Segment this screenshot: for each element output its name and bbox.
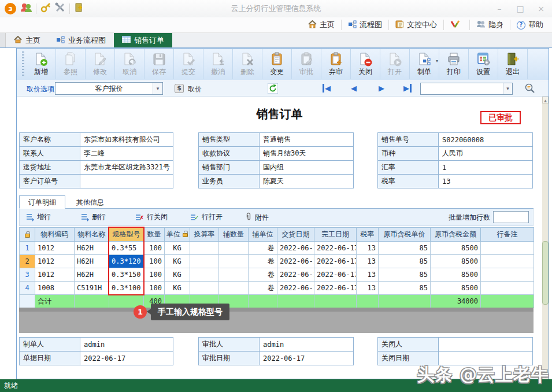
row-number[interactable]: 1 bbox=[20, 242, 35, 255]
delete-row-button[interactable]: 删行 bbox=[80, 212, 106, 222]
cell-aux-qty[interactable] bbox=[219, 242, 249, 255]
column-header-spec[interactable]: 规格型号 bbox=[109, 228, 144, 242]
cell-spec[interactable]: 0.3*55 bbox=[109, 242, 144, 255]
menu-item-stealth[interactable]: 隐身 bbox=[469, 20, 510, 30]
sales-department-field[interactable]: 国内组 bbox=[260, 161, 354, 175]
toolbar-button-delete[interactable]: 删除 bbox=[233, 49, 262, 79]
open-row-button[interactable]: ✓ 行打开 bbox=[190, 212, 223, 222]
customer-order-no-field[interactable] bbox=[80, 175, 173, 188]
toolbar-button-cancel[interactable]: 取消 bbox=[115, 49, 145, 79]
menu-item-home[interactable]: 主页 bbox=[302, 20, 341, 30]
cell-material-name[interactable]: H62H bbox=[75, 255, 109, 268]
cell-amount[interactable]: 8500 bbox=[431, 282, 481, 295]
cell-aux-qty[interactable] bbox=[219, 255, 249, 268]
column-header[interactable]: 原币含税金额 bbox=[431, 228, 481, 242]
cell-finish-date[interactable]: 2022-06-17 bbox=[314, 268, 357, 282]
cell-amount[interactable]: 8500 bbox=[431, 242, 481, 255]
tax-rate-field[interactable]: 13 bbox=[439, 175, 533, 188]
close-button[interactable]: × bbox=[537, 4, 545, 13]
scroll-up-icon[interactable]: ▲ bbox=[542, 97, 549, 103]
cell-quantity[interactable]: 100 bbox=[144, 268, 165, 282]
tab-business-flowchart[interactable]: 业务流程图 bbox=[49, 33, 114, 47]
row-number[interactable]: 2 bbox=[20, 255, 35, 268]
cell-aux-qty[interactable] bbox=[219, 282, 249, 295]
salesperson-field[interactable]: 陈夏天 bbox=[260, 175, 354, 188]
chevron-down-icon[interactable]: ▾ bbox=[153, 83, 162, 94]
cell-material-name[interactable]: H62H bbox=[75, 268, 109, 282]
column-header[interactable]: 行备注 bbox=[481, 228, 534, 242]
menu-item-help[interactable]: ? 帮助 bbox=[510, 20, 550, 30]
cell-delivery-date[interactable]: 2022-06-17 bbox=[277, 255, 314, 268]
column-header[interactable]: 辅数量 bbox=[219, 228, 249, 242]
column-header[interactable]: 交货日期 bbox=[277, 228, 314, 242]
toolbar-button-make-doc[interactable]: 制单 ▾ bbox=[410, 49, 439, 79]
maximize-button[interactable]: □ bbox=[516, 4, 524, 13]
search-icon[interactable] bbox=[524, 83, 536, 96]
cell-remark[interactable] bbox=[481, 242, 534, 255]
cell-aux-unit[interactable]: 卷 bbox=[249, 255, 277, 268]
cell-finish-date[interactable]: 2022-06-17 bbox=[314, 242, 357, 255]
cell-spec[interactable]: 0.3*150 bbox=[109, 268, 144, 282]
customer-name-field[interactable]: 东莞市如来科技有限公司 bbox=[80, 133, 173, 147]
refresh-icon[interactable] bbox=[268, 83, 278, 95]
column-header[interactable]: 物料名称 bbox=[75, 228, 109, 242]
toolbar-button-exit[interactable]: 退出 bbox=[498, 49, 528, 79]
cell-material-code[interactable]: 1008 bbox=[35, 282, 75, 295]
contact-field[interactable]: 李二峰 bbox=[80, 147, 173, 161]
make-doc-dropdown-caret[interactable]: ▾ bbox=[436, 58, 438, 64]
tab-home[interactable]: 主页 bbox=[6, 33, 49, 47]
row-number[interactable]: 3 bbox=[20, 268, 35, 282]
nav-previous-icon[interactable]: ◀ bbox=[351, 84, 357, 93]
cell-tax[interactable]: 13 bbox=[357, 255, 379, 268]
chevron-down-icon[interactable]: ▾ bbox=[503, 83, 512, 94]
scrollbar-thumb[interactable] bbox=[542, 241, 549, 305]
tab-other-info[interactable]: 其他信息 bbox=[68, 196, 113, 209]
currency-field[interactable]: 人民币 bbox=[439, 147, 533, 161]
cell-material-name[interactable]: C5191H bbox=[75, 282, 109, 295]
cell-aux-qty[interactable] bbox=[219, 268, 249, 282]
cell-price[interactable]: 85 bbox=[379, 255, 431, 268]
cell-conversion[interactable] bbox=[190, 268, 219, 282]
cell-price[interactable]: 85 bbox=[379, 242, 431, 255]
toolbar-button-settings[interactable]: 设置 bbox=[469, 49, 498, 79]
cell-material-name[interactable]: H62H bbox=[75, 242, 109, 255]
cell-quantity[interactable]: 100 bbox=[144, 242, 165, 255]
nav-first-icon[interactable]: ◀ bbox=[323, 84, 331, 93]
batch-add-rows-input[interactable] bbox=[493, 211, 529, 223]
add-row-button[interactable]: 增行 bbox=[25, 212, 51, 222]
cell-finish-date[interactable]: 2022-06-17 bbox=[314, 255, 357, 268]
column-header[interactable]: 原币含税单价 bbox=[379, 228, 431, 242]
cell-tax[interactable]: 13 bbox=[357, 242, 379, 255]
tab-order-detail[interactable]: 订单明细 bbox=[19, 195, 65, 209]
delivery-address-field[interactable]: 东莞市龙华区胡龙路3321号 bbox=[80, 161, 173, 175]
cell-price[interactable]: 85 bbox=[379, 268, 431, 282]
column-header[interactable]: 辅单位 bbox=[249, 228, 277, 242]
toolbar-button-withdraw[interactable]: 撤消 bbox=[203, 49, 233, 79]
cell-unit[interactable]: KG bbox=[165, 255, 190, 268]
column-header[interactable]: 税率 bbox=[357, 228, 379, 242]
column-header[interactable]: 物料编码 bbox=[35, 228, 75, 242]
cell-spec[interactable]: 0.3*100 bbox=[109, 282, 144, 295]
minimize-button[interactable]: – bbox=[495, 4, 503, 13]
cell-spec[interactable]: 0.3*120 bbox=[109, 255, 144, 268]
row-number[interactable]: 4 bbox=[20, 282, 35, 295]
order-number-field[interactable]: S022060008 bbox=[439, 133, 533, 147]
fetch-price-button[interactable]: 取价 bbox=[188, 84, 202, 94]
cell-aux-unit[interactable]: 卷 bbox=[249, 282, 277, 295]
tab-scroll-handle[interactable] bbox=[0, 33, 6, 47]
toolbar-button-print[interactable]: 打印 bbox=[439, 49, 469, 79]
cell-tax[interactable]: 13 bbox=[357, 268, 379, 282]
nav-next-icon[interactable]: ▶ bbox=[379, 84, 384, 93]
tab-sales-order[interactable]: 销售订单 bbox=[114, 33, 172, 47]
cell-conversion[interactable] bbox=[190, 242, 219, 255]
cell-material-code[interactable]: 1012 bbox=[35, 268, 75, 282]
toolbar-drag-handle[interactable] bbox=[22, 51, 24, 77]
cell-remark[interactable] bbox=[481, 268, 534, 282]
cell-unit[interactable]: KG bbox=[165, 282, 190, 295]
cell-delivery-date[interactable]: 2022-06-17 bbox=[277, 268, 314, 282]
toolbar-button-submit[interactable]: 提交 bbox=[174, 49, 203, 79]
price-option-dropdown[interactable]: 客户报价 ▾ bbox=[55, 82, 163, 95]
cell-aux-unit[interactable]: 卷 bbox=[249, 242, 277, 255]
document-search-combobox[interactable]: ▾ bbox=[420, 83, 513, 95]
cell-unit[interactable]: KG bbox=[165, 242, 190, 255]
